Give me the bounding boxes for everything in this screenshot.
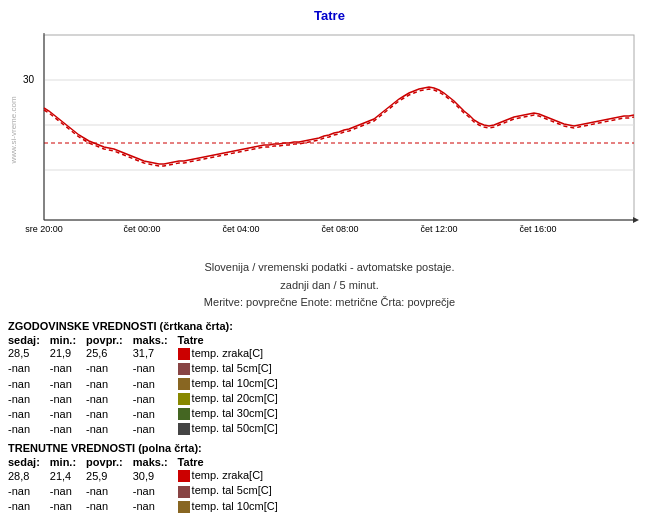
historic-header-maks: maks.: <box>133 334 178 346</box>
current-header-postaja: Tatre <box>178 456 288 468</box>
svg-text:30: 30 <box>23 74 35 85</box>
cell-min: -nan <box>50 391 86 406</box>
chart-title: Tatre <box>4 4 655 23</box>
color-swatch <box>178 423 190 435</box>
cell-povpr: 25,9 <box>86 468 133 483</box>
cell-povpr: 25,6 <box>86 346 133 361</box>
table-row: -nan-nan-nan-nantemp. tal 5cm[C] <box>8 483 288 498</box>
cell-sedaj: -nan <box>8 391 50 406</box>
cell-maks: 31,7 <box>133 346 178 361</box>
chart-info-line2: zadnji dan / 5 minut. <box>4 277 655 295</box>
cell-min: -nan <box>50 421 86 436</box>
chart-svg: 30 sre 20:00 čet 00:00 čet 04:00 čet 08:… <box>4 25 644 255</box>
table-row: -nan-nan-nan-nantemp. tal 30cm[C] <box>8 406 288 421</box>
cell-label: temp. tal 5cm[C] <box>178 483 288 498</box>
current-header-maks: maks.: <box>133 456 178 468</box>
svg-text:čet 08:00: čet 08:00 <box>321 224 358 234</box>
table-row: -nan-nan-nan-nantemp. tal 5cm[C] <box>8 361 288 376</box>
cell-label: temp. tal 10cm[C] <box>178 499 288 514</box>
historic-header-postaja: Tatre <box>178 334 288 346</box>
svg-text:čet 00:00: čet 00:00 <box>123 224 160 234</box>
cell-sedaj: -nan <box>8 421 50 436</box>
color-swatch <box>178 486 190 498</box>
cell-label: temp. tal 10cm[C] <box>178 376 288 391</box>
current-header-povpr: povpr.: <box>86 456 133 468</box>
cell-povpr: -nan <box>86 391 133 406</box>
cell-povpr: -nan <box>86 499 133 514</box>
cell-povpr: -nan <box>86 483 133 498</box>
cell-maks: 30,9 <box>133 468 178 483</box>
table-row: 28,521,925,631,7temp. zraka[C] <box>8 346 288 361</box>
cell-label: temp. tal 30cm[C] <box>178 406 288 421</box>
cell-maks: -nan <box>133 391 178 406</box>
cell-min: -nan <box>50 406 86 421</box>
color-swatch <box>178 408 190 420</box>
cell-sedaj: -nan <box>8 361 50 376</box>
chart-info-line3: Meritve: povprečne Enote: metrične Črta:… <box>4 294 655 312</box>
color-swatch <box>178 378 190 390</box>
svg-rect-0 <box>44 35 634 220</box>
color-swatch <box>178 501 190 513</box>
cell-maks: -nan <box>133 483 178 498</box>
cell-sedaj: -nan <box>8 376 50 391</box>
cell-min: 21,4 <box>50 468 86 483</box>
historic-table: sedaj: min.: povpr.: maks.: Tatre 28,521… <box>8 334 288 437</box>
svg-text:čet 04:00: čet 04:00 <box>222 224 259 234</box>
chart-area: 30 sre 20:00 čet 00:00 čet 04:00 čet 08:… <box>4 25 644 255</box>
cell-povpr: -nan <box>86 376 133 391</box>
cell-label: temp. tal 50cm[C] <box>178 421 288 436</box>
cell-maks: -nan <box>133 376 178 391</box>
historic-header-povpr: povpr.: <box>86 334 133 346</box>
table-row: 28,821,425,930,9temp. zraka[C] <box>8 468 288 483</box>
current-section-title: TRENUTNE VREDNOSTI (polna črta): <box>8 442 651 454</box>
cell-maks: -nan <box>133 499 178 514</box>
color-swatch <box>178 348 190 360</box>
cell-label: temp. tal 20cm[C] <box>178 391 288 406</box>
table-row: -nan-nan-nan-nantemp. tal 10cm[C] <box>8 499 288 514</box>
cell-sedaj: -nan <box>8 499 50 514</box>
cell-povpr: -nan <box>86 406 133 421</box>
current-header-min: min.: <box>50 456 86 468</box>
cell-sedaj: 28,8 <box>8 468 50 483</box>
cell-label: temp. zraka[C] <box>178 468 288 483</box>
chart-info-line1: Slovenija / vremenski podatki - avtomats… <box>4 259 655 277</box>
historic-section-title: ZGODOVINSKE VREDNOSTI (črtkana črta): <box>8 320 651 332</box>
table-row: -nan-nan-nan-nantemp. tal 20cm[C] <box>8 391 288 406</box>
cell-sedaj: -nan <box>8 406 50 421</box>
cell-maks: -nan <box>133 421 178 436</box>
cell-sedaj: -nan <box>8 483 50 498</box>
color-swatch <box>178 363 190 375</box>
svg-text:čet 12:00: čet 12:00 <box>420 224 457 234</box>
table-row: -nan-nan-nan-nantemp. tal 10cm[C] <box>8 376 288 391</box>
svg-text:www.si-vreme.com: www.si-vreme.com <box>9 96 18 164</box>
table-row: -nan-nan-nan-nantemp. tal 50cm[C] <box>8 421 288 436</box>
cell-min: 21,9 <box>50 346 86 361</box>
current-table: sedaj: min.: povpr.: maks.: Tatre 28,821… <box>8 456 288 514</box>
page-wrapper: Tatre 30 sre <box>0 0 659 514</box>
cell-sedaj: 28,5 <box>8 346 50 361</box>
cell-label: temp. zraka[C] <box>178 346 288 361</box>
cell-label: temp. tal 5cm[C] <box>178 361 288 376</box>
historic-header-sedaj: sedaj: <box>8 334 50 346</box>
cell-min: -nan <box>50 499 86 514</box>
color-swatch <box>178 393 190 405</box>
current-header-sedaj: sedaj: <box>8 456 50 468</box>
historic-header-min: min.: <box>50 334 86 346</box>
color-swatch <box>178 470 190 482</box>
cell-povpr: -nan <box>86 361 133 376</box>
chart-info: Slovenija / vremenski podatki - avtomats… <box>4 259 655 312</box>
cell-min: -nan <box>50 483 86 498</box>
svg-text:čet 16:00: čet 16:00 <box>519 224 556 234</box>
svg-text:sre 20:00: sre 20:00 <box>25 224 63 234</box>
cell-maks: -nan <box>133 406 178 421</box>
cell-min: -nan <box>50 361 86 376</box>
cell-min: -nan <box>50 376 86 391</box>
cell-povpr: -nan <box>86 421 133 436</box>
cell-maks: -nan <box>133 361 178 376</box>
